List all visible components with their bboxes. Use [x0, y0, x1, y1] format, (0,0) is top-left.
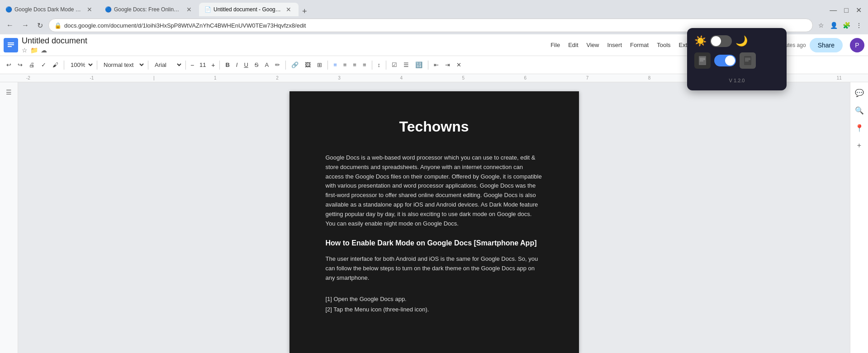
svg-rect-3 [8, 46, 12, 47]
svg-rect-5 [700, 58, 705, 59]
tab-3[interactable]: 📄 Untitled document - Google Do... ✕ [199, 3, 299, 16]
font-size-increase[interactable]: + [209, 61, 217, 70]
new-tab-button[interactable]: + [299, 7, 311, 16]
forward-button[interactable]: → [19, 19, 32, 31]
underline-button[interactable]: U [241, 59, 251, 71]
font-select[interactable]: Arial Times New Roman [151, 60, 183, 70]
bullet-list-button[interactable]: ☰ [401, 59, 412, 71]
align-justify-button[interactable]: ≡ [360, 59, 369, 71]
font-size-decrease[interactable]: − [189, 61, 196, 70]
bold-button[interactable]: B [223, 59, 232, 71]
print-button[interactable]: 🖨 [26, 59, 38, 71]
indent-more-button[interactable]: ⇥ [442, 59, 453, 71]
menu-tools[interactable]: Tools [653, 40, 674, 50]
star-icon[interactable]: ☆ [22, 47, 28, 54]
toolbar-sep-10 [428, 61, 428, 70]
doc-mode-row [694, 52, 779, 72]
docs-body: ☰ Techowns Google Docs is a web-based wo… [0, 82, 868, 353]
redo-button[interactable]: ↪ [15, 59, 25, 71]
tab-2-close[interactable]: ✕ [185, 5, 194, 14]
explore-icon[interactable]: 🔍 [852, 104, 867, 118]
zoom-select[interactable]: 100% 75% 150% [67, 60, 94, 70]
bookmark-button[interactable]: ☆ [816, 20, 826, 31]
menu-insert[interactable]: Insert [603, 40, 626, 50]
line-spacing-button[interactable]: ↕ [375, 59, 384, 71]
share-button[interactable]: Share [810, 38, 843, 52]
browser-actions: ☆ 👤 🧩 ⋮ [816, 20, 864, 31]
image-button[interactable]: 🖼 [302, 59, 313, 71]
style-select[interactable]: Normal text Heading 1 Heading 2 [100, 60, 145, 70]
link-button[interactable]: 🔗 [289, 59, 301, 71]
tab-2-title: Google Docs: Free Online Docum... [114, 6, 182, 13]
undo-button[interactable]: ↩ [4, 59, 14, 71]
strikethrough-button[interactable]: S [252, 59, 261, 71]
text-color-button[interactable]: A [262, 59, 271, 71]
highlight-button[interactable]: ✏ [272, 59, 283, 71]
menu-edit[interactable]: Edit [564, 40, 582, 50]
doc-light-icon[interactable] [694, 52, 711, 69]
tab-1-favicon: 🔵 [5, 6, 12, 13]
font-size-area: − + [189, 61, 217, 70]
svg-rect-2 [8, 44, 14, 45]
doc-section-title: How to Enable Dark Mode on Google Docs [… [326, 239, 543, 247]
docs-filename[interactable]: Untitled document [22, 36, 543, 46]
toolbar-sep-6 [285, 61, 286, 70]
theme-toggle-knob [711, 36, 721, 46]
sidebar-right: 💬 🔍 📍 + [850, 82, 868, 353]
close-button[interactable]: ✕ [853, 4, 864, 16]
doc-mode-icons [694, 52, 756, 69]
folder-icon[interactable]: 📁 [30, 47, 38, 54]
menu-view[interactable]: View [583, 40, 603, 50]
lock-icon: 🔒 [54, 22, 62, 29]
toolbar-sep-5 [219, 61, 220, 70]
maximize-button[interactable]: □ [841, 5, 851, 16]
toolbar-sep-2 [97, 61, 97, 70]
chat-icon[interactable]: 💬 [852, 86, 867, 100]
menu-file[interactable]: File [547, 40, 564, 50]
numbered-list-button[interactable]: 🔢 [413, 59, 425, 71]
toolbar-sep-8 [372, 61, 372, 70]
doc-dark-icon[interactable] [740, 52, 756, 69]
sidebar-left: ☰ [0, 82, 18, 353]
svg-rect-7 [700, 61, 703, 61]
paint-format-button[interactable]: 🖌 [50, 59, 61, 71]
extension-version: V 1.2.0 [694, 78, 779, 83]
font-size-input[interactable] [196, 61, 209, 68]
tab-1-close[interactable]: ✕ [85, 5, 94, 14]
svg-rect-6 [700, 59, 705, 60]
align-left-button[interactable]: ≡ [331, 59, 340, 71]
checklist-button[interactable]: ☑ [389, 59, 400, 71]
back-button[interactable]: ← [4, 19, 16, 31]
toolbar-sep-1 [64, 61, 64, 70]
docs-logo [4, 38, 18, 52]
tab-1-title: Google Docs Dark Mode - Chro... [14, 6, 82, 13]
doc-area[interactable]: Techowns Google Docs is a web-based word… [18, 82, 850, 353]
theme-icons: ☀️ 🌙 [694, 35, 748, 47]
cloud-icon[interactable]: ☁ [41, 47, 47, 54]
tab-1[interactable]: 🔵 Google Docs Dark Mode - Chro... ✕ [0, 3, 100, 16]
italic-button[interactable]: I [233, 59, 241, 71]
user-avatar[interactable]: P [850, 38, 864, 52]
align-center-button[interactable]: ≡ [341, 59, 350, 71]
profile-button[interactable]: 👤 [828, 20, 839, 31]
minimize-button[interactable]: — [827, 5, 840, 16]
doc-mode-toggle[interactable] [714, 55, 736, 66]
doc-list-item-1: [1] Open the Google Docs app. [326, 294, 543, 304]
indent-less-button[interactable]: ⇤ [431, 59, 441, 71]
add-icon[interactable]: + [854, 139, 864, 152]
tab-2[interactable]: 🔵 Google Docs: Free Online Docum... ✕ [100, 3, 199, 16]
align-right-button[interactable]: ≡ [350, 59, 359, 71]
outline-icon[interactable]: ☰ [3, 86, 14, 99]
reload-button[interactable]: ↻ [34, 19, 46, 32]
clear-format-button[interactable]: ✕ [454, 59, 464, 71]
insert-menu[interactable]: ⊞ [314, 59, 325, 71]
tab-3-close[interactable]: ✕ [284, 5, 293, 14]
menu-format[interactable]: Format [626, 40, 652, 50]
theme-toggle[interactable] [710, 35, 732, 47]
toolbar-sep-3 [148, 61, 148, 70]
menu-button[interactable]: ⋮ [854, 20, 864, 31]
maps-icon[interactable]: 📍 [852, 121, 867, 135]
spell-check-button[interactable]: ✓ [38, 59, 49, 71]
extensions-button[interactable]: 🧩 [841, 20, 852, 31]
docs-title-area: Untitled document ☆ 📁 ☁ [22, 36, 543, 54]
